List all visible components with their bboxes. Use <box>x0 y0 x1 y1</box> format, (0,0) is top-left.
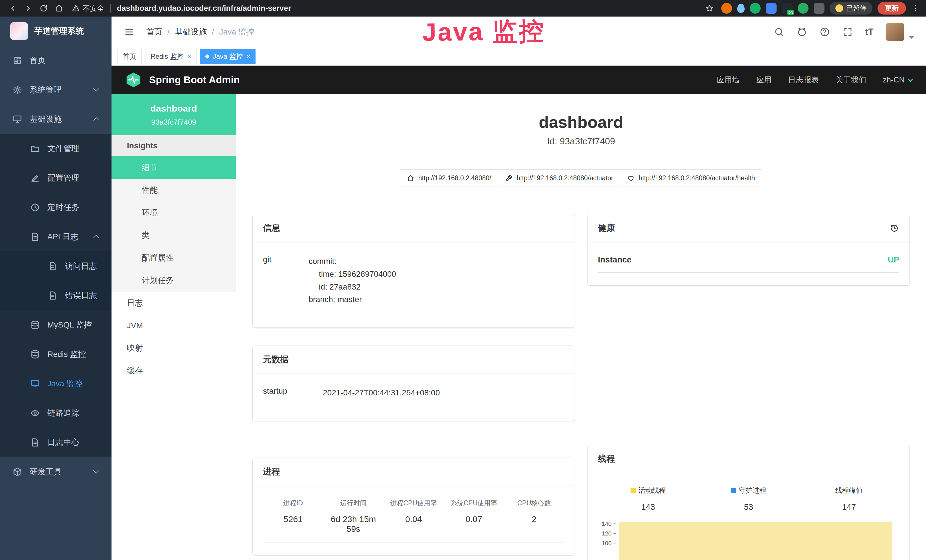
extension-icon-1[interactable] <box>721 3 732 14</box>
chart-plot-area <box>618 522 899 560</box>
sba-item-config-props[interactable]: 配置属性 <box>112 247 236 269</box>
sba-item-classes[interactable]: 类 <box>112 224 236 247</box>
sba-nav-applications[interactable]: 应用 <box>756 75 772 85</box>
github-icon[interactable] <box>797 27 807 37</box>
extension-icon-3[interactable] <box>750 3 761 14</box>
avatar[interactable] <box>886 23 904 41</box>
sidebar-item-infra[interactable]: 基础设施 <box>0 104 112 134</box>
breadcrumb-home[interactable]: 首页 <box>146 27 162 37</box>
admin-main: Java 监控 首页 / 基础设施 / Java 监控 tT <box>112 17 926 560</box>
sba-item-logs[interactable]: 日志 <box>112 292 236 314</box>
security-warning[interactable]: 不安全 <box>72 4 104 13</box>
history-icon[interactable] <box>890 223 899 233</box>
sidebar-item-redis[interactable]: Redis 监控 <box>0 339 112 369</box>
tag-redis-monitor[interactable]: Redis 监控 × <box>145 49 197 64</box>
link-base-url[interactable]: http://192.168.0.2:48080/ <box>400 170 498 187</box>
forward-icon[interactable] <box>22 2 35 15</box>
extension-icon-4[interactable] <box>766 3 776 14</box>
tag-home[interactable]: 首页 <box>117 49 142 64</box>
sidebar-item-trace[interactable]: 链路追踪 <box>0 398 112 428</box>
stat-value: 0.04 <box>384 515 444 524</box>
legend-swatch-blue <box>731 488 736 493</box>
sidebar-item-java-monitor[interactable]: Java 监控 <box>0 369 112 398</box>
chevron-down-icon <box>908 76 913 82</box>
sidebar-item-label: MySQL 监控 <box>47 319 92 330</box>
breadcrumb-infra[interactable]: 基础设施 <box>175 27 207 37</box>
sidebar-item-log-center[interactable]: 日志中心 <box>0 428 112 457</box>
sidebar-item-label: 配置管理 <box>47 173 79 183</box>
sba-item-metrics[interactable]: 性能 <box>112 179 236 201</box>
legend-label: 守护进程 <box>739 486 766 495</box>
card-columns: 信息 git commit: time: 1596289704000 id: 2 <box>253 214 909 560</box>
sba-item-jvm[interactable]: JVM <box>112 314 236 337</box>
reload-icon[interactable] <box>37 2 50 15</box>
address-bar[interactable]: 不安全 dashboard.yudao.iocoder.cn/infra/adm… <box>72 4 291 13</box>
y-tick: 100 <box>601 540 611 546</box>
sba-brand[interactable]: Spring Boot Admin <box>149 74 240 86</box>
update-button[interactable]: 更新 <box>878 2 906 15</box>
help-icon[interactable] <box>820 27 830 37</box>
fullscreen-icon[interactable] <box>843 27 853 37</box>
sba-nav-journal[interactable]: 日志报表 <box>788 75 819 85</box>
close-icon[interactable]: × <box>187 53 191 60</box>
instance-links: http://192.168.0.2:48080/ http://192.168… <box>253 170 909 187</box>
sidebar-logo-row[interactable]: 芋道管理系统 <box>0 17 112 45</box>
cube-icon <box>12 467 22 477</box>
breadcrumb-current: Java 监控 <box>219 27 254 37</box>
home-icon[interactable] <box>53 2 66 15</box>
process-card-body: 进程ID 5261 运行时间 6d 23h 15m 59s <box>253 486 575 555</box>
metadata-key: startup <box>263 387 323 408</box>
threads-card: 线程 活动线程 1 <box>588 445 910 560</box>
instance-header[interactable]: dashboard 93a3fc7f7409 <box>112 94 236 135</box>
link-actuator-url[interactable]: http://192.168.0.2:48080/actuator <box>498 170 620 187</box>
back-icon[interactable] <box>6 2 20 15</box>
browser-menu-icon[interactable] <box>911 4 920 12</box>
sidebar-item-label: 基础设施 <box>30 114 62 125</box>
extension-icon-7[interactable] <box>814 3 825 14</box>
health-card: 健康 Instance UP <box>588 214 910 285</box>
monitor-icon <box>12 114 22 124</box>
info-value: commit: time: 1596289704000 id: 27aa832 … <box>309 255 564 315</box>
info-line: branch: master <box>309 293 564 306</box>
sidebar-item-system[interactable]: 系统管理 <box>0 75 112 104</box>
sidebar-item-home[interactable]: 首页 <box>0 45 112 75</box>
sidebar-item-access-log[interactable]: 访问日志 <box>0 251 112 281</box>
process-card: 进程 进程ID 5261 运行时间 <box>253 458 575 555</box>
search-icon[interactable] <box>774 27 784 37</box>
close-icon[interactable]: × <box>246 53 250 60</box>
extension-icon-2[interactable] <box>737 4 744 13</box>
sidebar-item-mysql[interactable]: MySQL 监控 <box>0 310 112 339</box>
sidebar-item-dev-tools[interactable]: 研发工具 <box>0 457 112 486</box>
dashboard-icon <box>12 56 22 65</box>
sidebar-item-api-log[interactable]: API 日志 <box>0 222 112 251</box>
card-title: 元数据 <box>263 354 289 365</box>
stat-label: CPU核心数 <box>504 499 564 507</box>
locale-selector[interactable]: zh-CN <box>883 76 912 85</box>
sba-item-environment[interactable]: 环境 <box>112 201 236 224</box>
sidebar-item-config[interactable]: 配置管理 <box>0 163 112 192</box>
legend-value: 53 <box>698 502 799 512</box>
sba-item-scheduled-tasks[interactable]: 计划任务 <box>112 269 236 292</box>
sba-item-mappings[interactable]: 映射 <box>112 337 236 359</box>
sba-item-caches[interactable]: 缓存 <box>112 359 236 382</box>
bookmark-star-icon[interactable] <box>703 2 716 15</box>
sidebar-item-label: 文件管理 <box>47 143 79 154</box>
extension-icon-6[interactable] <box>798 3 808 14</box>
left-column: 信息 git commit: time: 1596289704000 id: 2 <box>253 214 575 555</box>
sba-nav-about[interactable]: 关于我们 <box>835 75 866 85</box>
sidebar-item-error-log[interactable]: 错误日志 <box>0 281 112 310</box>
extension-icon-5[interactable]: on <box>782 3 793 14</box>
paused-badge[interactable]: 已暂停 <box>830 2 872 15</box>
avatar-caret-icon[interactable] <box>909 36 914 39</box>
sidebar-item-file[interactable]: 文件管理 <box>0 134 112 163</box>
hamburger-icon[interactable] <box>124 27 135 37</box>
sba-item-details[interactable]: 细节 <box>112 156 236 179</box>
link-health-url[interactable]: http://192.168.0.2:48080/actuator/health <box>620 170 762 187</box>
font-size-icon[interactable]: tT <box>865 27 873 37</box>
sidebar-item-job[interactable]: 定时任务 <box>0 192 112 222</box>
tag-java-monitor[interactable]: Java 监控 × <box>200 49 256 64</box>
app-logo <box>10 22 28 40</box>
stat-label: 进程ID <box>263 499 323 507</box>
y-tick: 120 <box>601 530 611 537</box>
sba-nav-wallboard[interactable]: 应用墙 <box>716 75 740 85</box>
